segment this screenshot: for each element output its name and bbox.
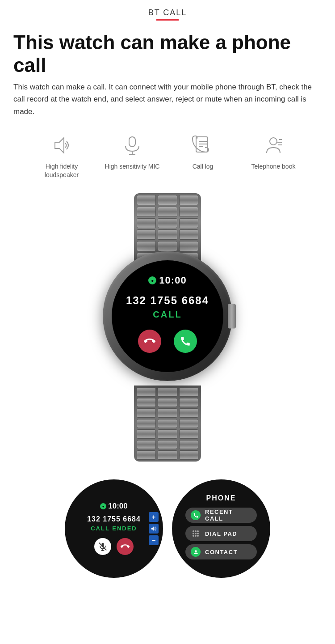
watch-section: ● 10:00 132 1755 6684 CALL [0, 189, 335, 470]
phone-menu-title: PHONE [206, 494, 236, 502]
small-phone-number: 132 1755 6684 [87, 515, 141, 523]
small-time: 10:00 [108, 502, 127, 511]
watch-crown[interactable] [228, 304, 236, 328]
answer-call-button[interactable] [174, 330, 197, 353]
feature-speaker: High fidelity loudspeaker [30, 132, 93, 180]
dial-pad-item[interactable]: DIAL PAD [185, 526, 257, 541]
small-watch-buttons [94, 538, 134, 555]
mute-button[interactable] [94, 538, 111, 555]
svg-point-24 [197, 535, 199, 537]
speaker-icon [48, 132, 75, 159]
small-clock-icon: ● [100, 503, 106, 509]
svg-marker-0 [55, 138, 64, 153]
watch-case: ● 10:00 132 1755 6684 CALL [103, 251, 232, 381]
small-call-ended: CALL ENDED [91, 525, 137, 532]
header-title: BT CALL [0, 8, 335, 17]
svg-rect-1 [129, 137, 135, 147]
recent-call-label: RECENT CALL [205, 508, 251, 522]
watch-wrapper: ● 10:00 132 1755 6684 CALL [92, 193, 243, 462]
volume-icon [149, 524, 159, 534]
band-bottom [134, 386, 201, 462]
header-underline [156, 19, 179, 21]
contact-label: CONTACT [205, 549, 238, 555]
volume-down-button[interactable]: − [149, 535, 159, 545]
svg-point-22 [193, 535, 194, 537]
watch-call-label: CALL [153, 309, 182, 320]
small-watch-time: ● 10:00 [100, 502, 127, 511]
feature-mic: High sensitivity MIC [101, 132, 163, 171]
watch-buttons [138, 330, 197, 353]
svg-point-16 [193, 530, 194, 532]
small-end-call-button[interactable] [117, 538, 134, 555]
svg-point-17 [195, 530, 197, 532]
volume-control: + − [149, 512, 159, 545]
feature-label-speaker: High fidelity loudspeaker [30, 162, 93, 180]
watch-time: 10:00 [159, 275, 186, 286]
feature-phonebook: Telephone book [242, 132, 305, 171]
svg-point-8 [270, 138, 277, 145]
watch-screen-time: ● 10:00 [148, 275, 186, 286]
svg-marker-15 [151, 526, 154, 530]
small-watch-right: PHONE RECENT CALL [172, 479, 270, 578]
feature-label-mic: High sensitivity MIC [105, 162, 160, 171]
volume-up-button[interactable]: + [149, 512, 159, 522]
feature-label-calllog: Call log [193, 162, 214, 171]
svg-point-21 [197, 533, 199, 534]
dial-pad-icon [191, 529, 201, 538]
svg-point-18 [197, 530, 199, 532]
bottom-section: ● 10:00 132 1755 6684 CALL ENDED + − [0, 470, 335, 591]
small-watch-left: ● 10:00 132 1755 6684 CALL ENDED + − [65, 479, 163, 578]
svg-point-20 [195, 533, 197, 534]
recent-call-item[interactable]: RECENT CALL [185, 508, 257, 523]
feature-calllog: Call log [172, 132, 234, 171]
description: This watch can make a call. It can conne… [0, 81, 335, 127]
contact-icon [191, 547, 201, 557]
contact-item[interactable]: CONTACT [185, 544, 257, 559]
svg-point-23 [195, 535, 197, 537]
main-heading: This watch can make a phone call [0, 23, 335, 81]
header: BT CALL [0, 0, 335, 23]
end-call-button[interactable] [138, 330, 161, 353]
mic-icon [119, 132, 146, 159]
features-row: High fidelity loudspeaker High sensitivi… [0, 127, 335, 189]
clock-icon: ● [148, 276, 156, 284]
watch-screen: ● 10:00 132 1755 6684 CALL [112, 260, 223, 372]
calllog-icon [189, 132, 216, 159]
feature-label-phonebook: Telephone book [251, 162, 296, 171]
recent-call-icon [191, 510, 201, 520]
phonebook-icon [260, 132, 287, 159]
dial-pad-label: DIAL PAD [205, 530, 237, 537]
svg-point-25 [195, 550, 197, 552]
svg-point-19 [193, 533, 194, 534]
watch-phone-number: 132 1755 6684 [126, 294, 209, 307]
